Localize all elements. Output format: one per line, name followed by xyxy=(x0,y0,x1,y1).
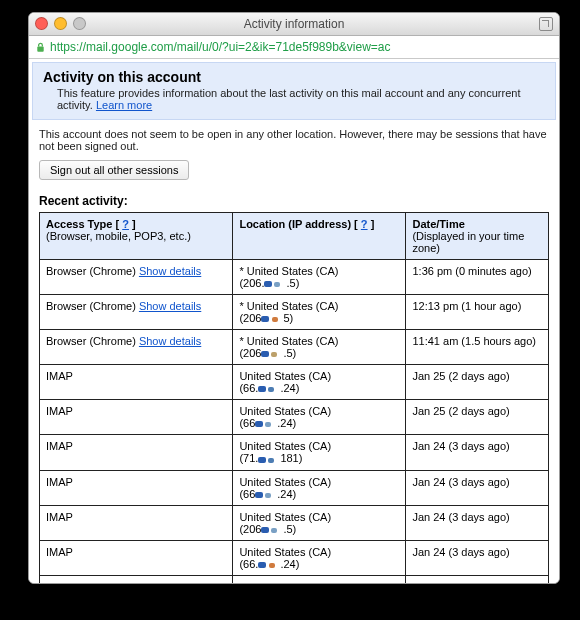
cell-location: United States (CA)(206.5) xyxy=(233,505,406,540)
table-row: IMAPUnited States (CA)(71.181)Jan 24 (3 … xyxy=(40,435,549,470)
location-help-link[interactable]: ? xyxy=(361,218,368,230)
cell-location: United States (CA)(71.181) xyxy=(233,435,406,470)
cell-date: 1:36 pm (0 minutes ago) xyxy=(406,260,549,295)
show-details-link[interactable]: Show details xyxy=(139,300,201,312)
cell-access-type: Browser (Chrome) Show details xyxy=(40,330,233,365)
info-banner: Activity on this account This feature pr… xyxy=(32,62,556,120)
popout-icon[interactable] xyxy=(539,17,553,31)
cell-date: Jan 24 (3 days ago) xyxy=(406,505,549,540)
cell-location: * United States (CA)(206.5) xyxy=(233,330,406,365)
redacted-ip-icon xyxy=(258,560,280,570)
cell-location: * United States (CA)(206..5) xyxy=(233,260,406,295)
cell-access-type: IMAP xyxy=(40,540,233,575)
access-help-link[interactable]: ? xyxy=(122,218,129,230)
redacted-ip-icon xyxy=(261,349,283,359)
cell-date: 12:13 pm (1 hour ago) xyxy=(406,295,549,330)
cell-location: * United States (CA)(2065) xyxy=(233,295,406,330)
cell-access-type: IMAP xyxy=(40,435,233,470)
cell-location: United States (CA)(66..24) xyxy=(233,365,406,400)
table-row: Browser (Chrome) Show details* United St… xyxy=(40,330,549,365)
cell-date: Jan 24 (3 days ago) xyxy=(406,470,549,505)
cell-access-type: IMAP xyxy=(40,505,233,540)
url-text: https://mail.google.com/mail/u/0/?ui=2&i… xyxy=(50,40,391,54)
cell-location: United States (CA)(66.24) xyxy=(233,470,406,505)
popup-window: Activity information https://mail.google… xyxy=(28,12,560,584)
table-row: IMAPUnited States (CA)(66.24)Jan 25 (2 d… xyxy=(40,400,549,435)
cell-date: Jan 23 (4 days ago) xyxy=(406,575,549,584)
col-location: Location (IP address) [ ? ] xyxy=(233,213,406,260)
session-notice: This account does not seem to be open in… xyxy=(39,128,549,152)
col-date: Date/Time (Displayed in your time zone) xyxy=(406,213,549,260)
url-bar: https://mail.google.com/mail/u/0/?ui=2&i… xyxy=(29,36,559,59)
redacted-ip-icon xyxy=(255,419,277,429)
table-row: Browser (Chrome) Show details* United St… xyxy=(40,295,549,330)
cell-location: United States (CA)(66.24) xyxy=(233,400,406,435)
cell-date: Jan 25 (2 days ago) xyxy=(406,365,549,400)
cell-date: Jan 25 (2 days ago) xyxy=(406,400,549,435)
show-details-link[interactable]: Show details xyxy=(139,335,201,347)
redacted-ip-icon xyxy=(258,384,280,394)
cell-access-type: IMAP xyxy=(40,365,233,400)
recent-activity-heading: Recent activity: xyxy=(39,194,549,208)
cell-access-type: IMAP xyxy=(40,400,233,435)
redacted-ip-icon xyxy=(261,314,283,324)
zoom-icon[interactable] xyxy=(73,17,86,30)
titlebar: Activity information xyxy=(29,13,559,36)
cell-access-type: Browser (Chrome) Show details xyxy=(40,260,233,295)
table-row: IMAPUnited States (CA)(66..24)Jan 25 (2 … xyxy=(40,365,549,400)
page-title: Activity on this account xyxy=(43,69,545,85)
table-row: IMAPUnited States (CA)Jan 23 (4 days ago… xyxy=(40,575,549,584)
svg-rect-0 xyxy=(37,46,43,51)
content-area: Activity on this account This feature pr… xyxy=(29,59,559,584)
close-icon[interactable] xyxy=(35,17,48,30)
redacted-ip-icon xyxy=(255,490,277,500)
table-row: IMAPUnited States (CA)(206.5)Jan 24 (3 d… xyxy=(40,505,549,540)
redacted-ip-icon xyxy=(261,525,283,535)
banner-text: This feature provides information about … xyxy=(57,87,545,111)
cell-access-type: IMAP xyxy=(40,575,233,584)
cell-location: United States (CA) xyxy=(233,575,406,584)
window-title: Activity information xyxy=(244,17,345,31)
show-details-link[interactable]: Show details xyxy=(139,265,201,277)
redacted-ip-icon xyxy=(264,279,286,289)
cell-date: 11:41 am (1.5 hours ago) xyxy=(406,330,549,365)
sign-out-sessions-button[interactable]: Sign out all other sessions xyxy=(39,160,189,180)
cell-access-type: Browser (Chrome) Show details xyxy=(40,295,233,330)
lock-icon xyxy=(35,42,46,53)
cell-date: Jan 24 (3 days ago) xyxy=(406,435,549,470)
table-row: Browser (Chrome) Show details* United St… xyxy=(40,260,549,295)
cell-location: United States (CA)(66..24) xyxy=(233,540,406,575)
table-row: IMAPUnited States (CA)(66..24)Jan 24 (3 … xyxy=(40,540,549,575)
redacted-ip-icon xyxy=(258,455,280,465)
minimize-icon[interactable] xyxy=(54,17,67,30)
activity-table: Access Type [ ? ] (Browser, mobile, POP3… xyxy=(39,212,549,584)
cell-date: Jan 24 (3 days ago) xyxy=(406,540,549,575)
table-header-row: Access Type [ ? ] (Browser, mobile, POP3… xyxy=(40,213,549,260)
col-access-type: Access Type [ ? ] (Browser, mobile, POP3… xyxy=(40,213,233,260)
cell-access-type: IMAP xyxy=(40,470,233,505)
table-row: IMAPUnited States (CA)(66.24)Jan 24 (3 d… xyxy=(40,470,549,505)
learn-more-link[interactable]: Learn more xyxy=(96,99,152,111)
